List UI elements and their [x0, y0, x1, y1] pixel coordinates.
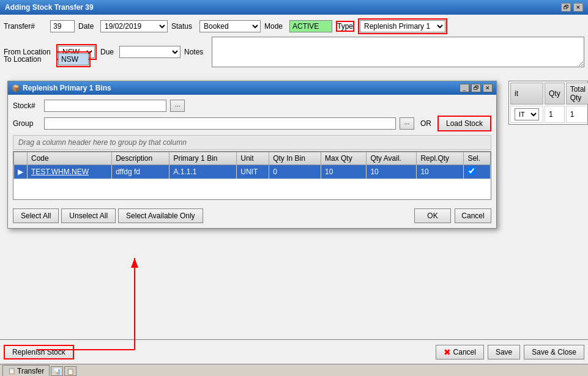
stock-ellipsis-button[interactable]: ···	[170, 100, 185, 112]
dialog-title-text: Replenish Primary 1 Bins	[23, 84, 111, 92]
cell-repl-qty[interactable]: 10	[417, 165, 464, 179]
grid-header-row: Code Description Primary 1 Bin Unit Qty …	[14, 152, 491, 165]
col-qty-avail[interactable]: Qty Avail.	[367, 152, 417, 165]
cell-max-qty: 10	[321, 165, 366, 179]
group-input[interactable]	[44, 117, 396, 130]
data-grid: Code Description Primary 1 Bin Unit Qty …	[13, 151, 491, 200]
stock-label: Stock#	[13, 101, 40, 110]
tab-icon-1[interactable]: 📊	[51, 366, 63, 376]
col-code[interactable]: Code	[28, 152, 112, 165]
to-location-input[interactable]	[58, 53, 89, 65]
transfer-label: Transfer#	[4, 22, 47, 31]
unselect-all-button[interactable]: Unselect All	[61, 208, 116, 223]
grid-row[interactable]: ▶ TEST.WHM.NEW dffdg fd A.1.1.1 UNIT 0 1…	[14, 165, 491, 179]
load-stock-button[interactable]: Load Stock	[437, 116, 491, 131]
dialog-minimize-button[interactable]: _	[460, 84, 469, 92]
to-location-label: To Location	[4, 55, 53, 64]
cell-qty-avail: 10	[367, 165, 417, 179]
date-label: Date	[78, 22, 97, 31]
grid-table: Code Description Primary 1 Bin Unit Qty …	[13, 152, 491, 179]
cell-sel[interactable]	[464, 165, 491, 179]
tab-bar: 📋 Transfer 📊 📋	[0, 364, 588, 376]
col-indicator	[14, 152, 28, 165]
notes-textarea[interactable]	[212, 37, 584, 67]
save-close-button[interactable]: Save & Close	[524, 345, 584, 359]
replenish-dialog: 📦 Replenish Primary 1 Bins _ 🗗 ✕ Stock# …	[7, 81, 497, 229]
dialog-cancel-button[interactable]: Cancel	[455, 208, 491, 223]
stock-input[interactable]	[44, 100, 166, 112]
replenish-stock-button[interactable]: Replenish Stock	[4, 345, 74, 359]
form-row-1: Transfer# Date 19/02/2019 Status Booked …	[4, 18, 584, 34]
main-content: Transfer# Date 19/02/2019 Status Booked …	[0, 15, 588, 376]
right-cell-it: IT	[510, 106, 543, 123]
group-label: Group	[13, 119, 40, 128]
col-sel[interactable]: Sel.	[464, 152, 491, 165]
right-cell-total-qty: 1	[566, 106, 588, 123]
row-indicator: ▶	[14, 165, 28, 179]
col-max-qty[interactable]: Max Qty	[321, 152, 366, 165]
dialog-title-bar: 📦 Replenish Primary 1 Bins _ 🗗 ✕	[8, 81, 496, 95]
right-col-total-qty: Total Qty	[566, 83, 588, 105]
bottom-bar: Replenish Stock ✖ Cancel Save Save & Clo…	[0, 339, 588, 364]
notes-label: Notes	[184, 48, 206, 56]
drag-hint: Drag a column header here to group by th…	[13, 135, 491, 150]
cancel-button[interactable]: ✖ Cancel	[436, 345, 484, 359]
dialog-footer: Select All Unselect All Select Available…	[8, 205, 496, 228]
select-all-button[interactable]: Select All	[13, 208, 59, 223]
type-label: Type	[336, 21, 354, 32]
dialog-controls: _ 🗗 ✕	[460, 84, 493, 92]
it-select[interactable]: IT	[515, 108, 539, 120]
dialog-restore-button[interactable]: 🗗	[471, 84, 481, 92]
or-label: OR	[420, 119, 431, 128]
mode-input	[289, 20, 332, 32]
col-unit[interactable]: Unit	[237, 152, 269, 165]
right-cell-qty: 1	[545, 106, 565, 123]
stock-row: Stock# ···	[13, 100, 491, 112]
close-button[interactable]: ✕	[573, 3, 583, 12]
cancel-label: Cancel	[453, 348, 476, 356]
dialog-footer-left: Select All Unselect All Select Available…	[13, 208, 203, 223]
dialog-body: Stock# ··· Group ··· OR Load Stock Drag …	[8, 95, 496, 205]
date-select[interactable]: 19/02/2019	[100, 20, 168, 32]
group-row: Group ··· OR Load Stock	[13, 116, 491, 131]
sel-checkbox[interactable]	[467, 167, 475, 175]
col-description[interactable]: Description	[112, 152, 169, 165]
cell-qty-in-bin: 0	[269, 165, 321, 179]
status-select[interactable]: Booked	[199, 20, 261, 32]
transfer-input[interactable]	[50, 20, 75, 32]
transfer-tab-label: Transfer	[17, 367, 44, 375]
right-col-qty: Qty	[545, 83, 565, 105]
col-qty-in-bin[interactable]: Qty In Bin	[269, 152, 321, 165]
transfer-tab[interactable]: 📋 Transfer	[2, 365, 50, 376]
dialog-icon: 📦	[12, 84, 20, 92]
tab-icon-2[interactable]: 📋	[64, 366, 76, 376]
right-col-it: it	[510, 83, 543, 105]
cancel-icon: ✖	[444, 347, 451, 357]
col-primary-1-bin[interactable]: Primary 1 Bin	[169, 152, 237, 165]
window-title: Adding Stock Transfer 39	[5, 3, 94, 12]
cell-primary-1-bin: A.1.1.1	[169, 165, 237, 179]
type-select[interactable]: Replenish Primary 1	[360, 20, 445, 32]
mode-label: Mode	[264, 22, 286, 31]
cell-description: dffdg fd	[112, 165, 169, 179]
transfer-tab-icon: 📋	[8, 367, 15, 374]
right-partial-table: it Qty Total Qty IT 1 1	[508, 81, 588, 125]
due-label: Due	[100, 48, 116, 56]
cell-unit: UNIT	[237, 165, 269, 179]
select-available-only-button[interactable]: Select Available Only	[118, 208, 203, 223]
ok-button[interactable]: OK	[414, 208, 451, 223]
dialog-title-container: 📦 Replenish Primary 1 Bins	[12, 84, 111, 92]
cell-code: TEST.WHM.NEW	[28, 165, 112, 179]
window-title-bar: Adding Stock Transfer 39 🗗 ✕	[0, 0, 588, 15]
dialog-close-button[interactable]: ✕	[483, 84, 493, 92]
window-controls: 🗗 ✕	[561, 3, 583, 12]
right-table: it Qty Total Qty IT 1 1	[509, 81, 588, 124]
status-label: Status	[171, 22, 196, 31]
save-button[interactable]: Save	[488, 345, 520, 359]
dialog-footer-right: OK Cancel	[414, 208, 491, 223]
col-repl-qty[interactable]: Repl.Qty	[417, 152, 464, 165]
restore-button[interactable]: 🗗	[561, 3, 571, 12]
right-table-row: IT 1 1	[510, 106, 588, 123]
due-select[interactable]	[119, 46, 180, 58]
group-ellipsis-button[interactable]: ···	[400, 117, 414, 130]
